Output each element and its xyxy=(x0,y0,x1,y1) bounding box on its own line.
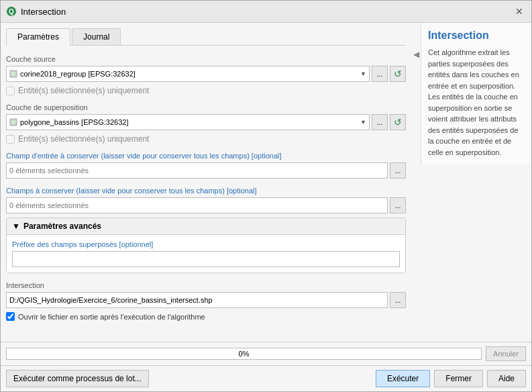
champs-conserver-input[interactable] xyxy=(6,197,388,213)
help-panel-text: Cet algorithme extrait les parties super… xyxy=(428,47,525,158)
couche-superposition-value: polygone_bassins [EPSG:32632] xyxy=(20,118,128,126)
tab-journal[interactable]: Journal xyxy=(72,28,121,45)
couche-source-checkbox-row: Entité(s) sélectionnée(s) uniquement xyxy=(6,86,406,95)
layer-icon-superposition xyxy=(9,118,17,126)
champs-conserver-ellipsis-btn[interactable]: ... xyxy=(390,197,406,213)
couche-source-label: Couche source xyxy=(6,55,406,63)
couche-source-checkbox-label: Entité(s) sélectionnée(s) uniquement xyxy=(18,86,149,95)
open-after-label: Ouvrir le fichier en sortie après l'exéc… xyxy=(18,313,205,321)
cancel-button[interactable]: Annuler xyxy=(486,346,526,361)
couche-superposition-refresh-btn[interactable]: ↺ xyxy=(390,114,406,130)
svg-text:Q: Q xyxy=(9,8,14,15)
couche-source-refresh-btn[interactable]: ↺ xyxy=(390,66,406,82)
couche-source-arrow: ▼ xyxy=(360,70,366,77)
champ-entree-label: Champ d'entrée à conserver (laisser vide… xyxy=(6,152,406,160)
couche-superposition-ellipsis-btn[interactable]: ... xyxy=(372,114,388,130)
couche-superposition-row: polygone_bassins [EPSG:32632] ▼ ... ↺ xyxy=(6,114,406,130)
svg-rect-5 xyxy=(11,119,16,125)
tabs-bar: Paramètres Journal xyxy=(6,28,406,46)
progress-area: 0% Annuler xyxy=(1,342,531,365)
help-panel-title: Intersection xyxy=(428,30,525,42)
right-panel-wrapper: ◀ Intersection Cet algorithme extrait le… xyxy=(411,23,531,342)
couche-superposition-checkbox-row: Entité(s) sélectionnée(s) uniquement xyxy=(6,134,406,144)
champ-entree-ellipsis-btn[interactable]: ... xyxy=(390,162,406,179)
open-after-checkbox[interactable] xyxy=(6,312,15,321)
bottom-left: Exécuter comme processus de lot... xyxy=(6,370,149,387)
couche-superposition-label: Couche de superposition xyxy=(6,103,406,111)
content-area: Paramètres Journal Couche source corine2… xyxy=(1,23,531,342)
close-window-button[interactable]: ✕ xyxy=(513,5,526,18)
output-file-input[interactable] xyxy=(6,292,388,308)
champ-entree-row: ... xyxy=(6,162,406,179)
output-file-row: ... xyxy=(6,292,406,308)
window-title: Intersection xyxy=(21,7,66,17)
main-window: Q Intersection ✕ Paramètres Journal Couc… xyxy=(0,0,532,392)
couche-source-value: corine2018_regroup [EPSG:32632] xyxy=(20,70,136,78)
help-button[interactable]: Aide xyxy=(487,370,526,387)
qgis-icon: Q xyxy=(6,6,17,17)
couche-superposition-checkbox-label: Entité(s) sélectionnée(s) uniquement xyxy=(18,134,149,144)
couche-source-combo[interactable]: corine2018_regroup [EPSG:32632] ▼ xyxy=(6,66,370,82)
exec-lot-button[interactable]: Exécuter comme processus de lot... xyxy=(6,370,149,387)
collapse-panel-button[interactable]: ◀ xyxy=(411,23,421,59)
progress-text: 0% xyxy=(239,350,250,358)
bottom-bar: Exécuter comme processus de lot... Exécu… xyxy=(1,365,531,391)
advanced-header[interactable]: ▼ Paramètres avancés xyxy=(7,218,405,234)
bottom-right: Exécuter Fermer Aide xyxy=(376,370,526,387)
tab-parametres[interactable]: Paramètres xyxy=(6,28,70,46)
execute-button[interactable]: Exécuter xyxy=(376,370,430,387)
couche-superposition-checkbox[interactable] xyxy=(6,135,15,144)
layer-icon-source xyxy=(9,70,17,78)
couche-source-checkbox[interactable] xyxy=(6,87,15,95)
svg-rect-3 xyxy=(11,71,16,77)
output-file-ellipsis-btn[interactable]: ... xyxy=(390,292,406,308)
champs-conserver-row: ... xyxy=(6,197,406,213)
advanced-section: ▼ Paramètres avancés Préfixe des champs … xyxy=(6,217,406,273)
output-section: Intersection ... Ouvrir le fichier en so… xyxy=(6,281,406,321)
champs-conserver-label: Champs à conserver (laisser vide pour co… xyxy=(6,187,406,195)
title-bar-left: Q Intersection xyxy=(6,6,66,17)
advanced-content: Préfixe des champs superposés [optionnel… xyxy=(7,234,405,273)
close-button[interactable]: Fermer xyxy=(434,370,483,387)
champ-entree-input[interactable] xyxy=(6,162,388,179)
open-after-row: Ouvrir le fichier en sortie après l'exéc… xyxy=(6,312,406,321)
advanced-header-label: Paramètres avancés xyxy=(23,222,101,231)
couche-superposition-combo[interactable]: polygone_bassins [EPSG:32632] ▼ xyxy=(6,114,370,130)
couche-source-ellipsis-btn[interactable]: ... xyxy=(372,66,388,82)
couche-superposition-arrow: ▼ xyxy=(360,119,366,126)
advanced-arrow-icon: ▼ xyxy=(12,222,20,231)
couche-source-row: corine2018_regroup [EPSG:32632] ▼ ... ↺ xyxy=(6,66,406,82)
left-panel: Paramètres Journal Couche source corine2… xyxy=(1,23,411,342)
progress-bar-container: 0% xyxy=(6,348,482,360)
prefix-input[interactable] xyxy=(12,251,400,267)
help-panel: Intersection Cet algorithme extrait les … xyxy=(421,23,531,164)
output-section-label: Intersection xyxy=(6,281,406,289)
prefix-label: Préfixe des champs superposés [optionnel… xyxy=(12,240,400,248)
title-bar: Q Intersection ✕ xyxy=(1,1,531,23)
